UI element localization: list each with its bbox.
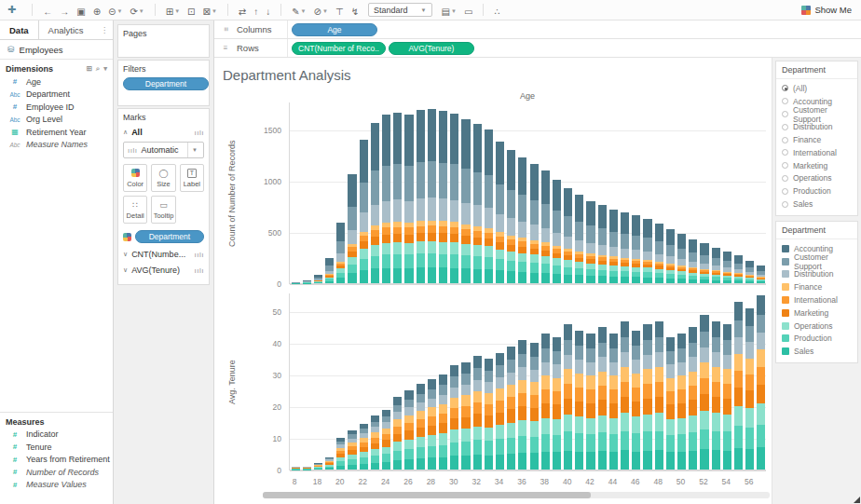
stacked-bar[interactable]: [564, 324, 572, 470]
stacked-bar[interactable]: [518, 340, 526, 470]
stacked-bar[interactable]: [700, 243, 708, 283]
columns-shelf[interactable]: ≡ Columns Age: [214, 20, 861, 39]
stacked-bar[interactable]: [609, 334, 618, 470]
stacked-bar[interactable]: [575, 331, 583, 470]
legend-item[interactable]: Sales: [782, 345, 852, 358]
stacked-bar[interactable]: [666, 229, 675, 283]
filter-option[interactable]: International: [782, 146, 852, 159]
tooltip-button[interactable]: ▭Tooltip: [151, 196, 175, 224]
stacked-bar[interactable]: [439, 111, 447, 283]
undo-icon[interactable]: ←: [39, 6, 56, 18]
stacked-bar[interactable]: [461, 119, 470, 283]
stacked-bar[interactable]: [360, 140, 368, 283]
stacked-bar[interactable]: [428, 379, 436, 470]
marks-all-row[interactable]: ∧ All ıılı: [123, 128, 204, 137]
stacked-bar[interactable]: [439, 375, 447, 470]
size-button[interactable]: ◯Size: [151, 164, 175, 192]
filter-option[interactable]: Marketing: [782, 159, 852, 172]
show-mark-labels-icon[interactable]: ⊤: [332, 6, 348, 18]
label-button[interactable]: TLabel: [180, 164, 204, 192]
stacked-bar[interactable]: [677, 334, 686, 470]
new-data-source-icon[interactable]: ⊕: [89, 6, 104, 18]
stacked-bar[interactable]: [745, 261, 754, 283]
stacked-bar[interactable]: [745, 308, 754, 470]
rows-shelf[interactable]: ≡ Rows CNT(Number of Reco..AVG(Tenure): [214, 39, 861, 58]
stacked-bar[interactable]: [507, 150, 515, 283]
field-item[interactable]: #Years from Retirement: [0, 454, 113, 467]
window-resize-handle[interactable]: [854, 497, 860, 503]
stacked-bar[interactable]: [530, 343, 539, 470]
stacked-bar[interactable]: [292, 282, 300, 283]
stacked-bar[interactable]: [518, 157, 526, 284]
filter-option[interactable]: Customer Support: [782, 108, 852, 121]
stacked-bar[interactable]: [314, 275, 322, 283]
filter-pill-department[interactable]: Department: [123, 77, 209, 90]
stacked-bar[interactable]: [541, 170, 550, 283]
stacked-bar[interactable]: [360, 424, 368, 470]
horizontal-scrollbar-thumb[interactable]: [263, 492, 591, 498]
stacked-bar[interactable]: [325, 258, 334, 283]
stacked-bar[interactable]: [575, 195, 583, 283]
new-worksheet-icon[interactable]: ⊞▼: [162, 6, 184, 18]
stacked-bar[interactable]: [677, 234, 686, 283]
search-icon[interactable]: ⌕: [96, 64, 100, 74]
duplicate-sheet-icon[interactable]: ⊡: [184, 6, 198, 18]
legend-item[interactable]: Finance: [782, 280, 852, 293]
stacked-bar[interactable]: [382, 410, 390, 470]
stacked-bar[interactable]: [336, 223, 345, 283]
field-item[interactable]: AbcDepartment: [0, 89, 113, 102]
filters-card[interactable]: Filters Department: [117, 60, 210, 106]
stacked-bar[interactable]: [553, 180, 561, 283]
view-as-grid-icon[interactable]: ⊞: [87, 64, 92, 74]
field-item[interactable]: #Number of Records: [0, 466, 113, 479]
stacked-bar[interactable]: [473, 124, 482, 283]
stacked-bar[interactable]: [450, 114, 458, 283]
stacked-bar[interactable]: [348, 430, 356, 470]
sort-ascending-icon[interactable]: ↑: [250, 6, 262, 18]
stacked-bar[interactable]: [734, 302, 743, 470]
stacked-bar[interactable]: [723, 324, 731, 470]
stacked-bar[interactable]: [598, 327, 607, 470]
field-item[interactable]: AbcOrg Level: [0, 114, 113, 127]
stacked-bar[interactable]: [371, 123, 379, 283]
stacked-bar[interactable]: [314, 463, 322, 470]
swap-rows-columns-icon[interactable]: ⇄: [235, 6, 250, 18]
stacked-bar[interactable]: [404, 390, 413, 470]
stacked-bar[interactable]: [417, 384, 425, 470]
stacked-bar[interactable]: [689, 239, 697, 283]
stacked-bar[interactable]: [643, 324, 651, 470]
stacked-bar[interactable]: [507, 347, 515, 470]
stacked-bar[interactable]: [336, 438, 345, 470]
stacked-bar[interactable]: [325, 456, 334, 470]
stacked-bar[interactable]: [655, 224, 663, 283]
stacked-bar[interactable]: [586, 201, 594, 283]
stacked-bar[interactable]: [303, 467, 311, 470]
stacked-bar[interactable]: [393, 113, 402, 283]
color-pill-department[interactable]: Department: [135, 230, 204, 243]
stacked-bar[interactable]: [292, 467, 300, 470]
save-icon[interactable]: ▣: [73, 6, 89, 18]
redo-icon[interactable]: →: [56, 6, 73, 18]
filter-option[interactable]: (All): [782, 82, 852, 95]
stacked-bar[interactable]: [371, 415, 379, 470]
stacked-bar[interactable]: [689, 327, 697, 470]
field-item[interactable]: #Tenure: [0, 441, 113, 454]
datasource-item[interactable]: ⛁ Employees: [0, 40, 113, 60]
run-auto-updates-icon[interactable]: ⟳▼: [126, 6, 147, 18]
stacked-bar[interactable]: [712, 247, 720, 283]
stacked-bar[interactable]: [621, 321, 629, 470]
stacked-bar[interactable]: [655, 321, 663, 470]
fit-selector[interactable]: Standard ▼: [368, 3, 431, 17]
legend-item[interactable]: Customer Support: [782, 255, 852, 268]
highlight-icon[interactable]: ✎▼: [288, 6, 309, 18]
stacked-bar[interactable]: [598, 205, 607, 283]
field-item[interactable]: AbcMeasure Names: [0, 139, 113, 152]
stacked-bar[interactable]: [303, 280, 311, 283]
stacked-bar[interactable]: [609, 210, 618, 283]
stacked-bar[interactable]: [404, 115, 413, 283]
fix-axes-icon[interactable]: ↯: [348, 6, 362, 18]
stacked-bar[interactable]: [666, 337, 675, 470]
stacked-bar[interactable]: [643, 219, 651, 283]
field-item[interactable]: #Indicator: [0, 429, 113, 442]
stacked-bar[interactable]: [461, 362, 470, 470]
